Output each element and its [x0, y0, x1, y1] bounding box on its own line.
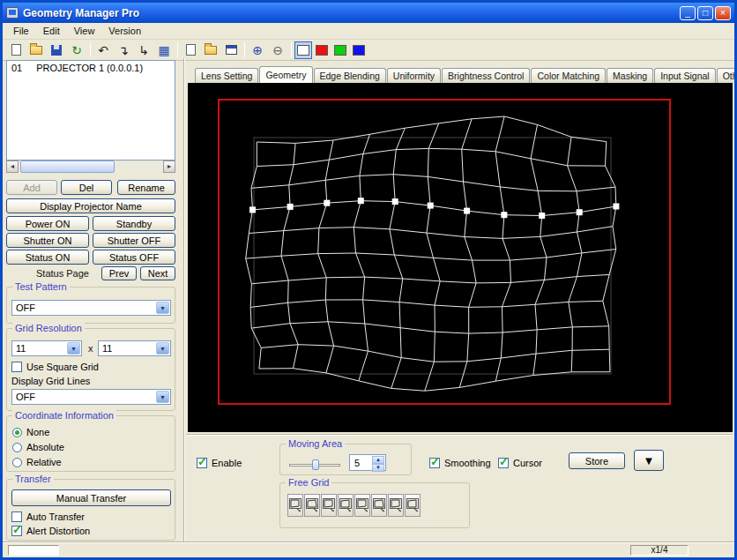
shutter-off-button[interactable]: Shutter OFF — [93, 233, 175, 248]
smoothing-checkbox[interactable]: Smoothing — [429, 458, 491, 468]
tab-edge-blending[interactable]: Edge Blending — [314, 68, 386, 83]
grid-view-button[interactable]: ▦ — [154, 41, 174, 59]
shutter-on-button[interactable]: Shutter ON — [6, 233, 89, 248]
tab-uniformity[interactable]: Uniformity — [387, 68, 441, 83]
rename-button[interactable]: Rename — [117, 180, 175, 195]
test-pattern-select[interactable]: OFF ▼ — [11, 300, 171, 316]
tab-brightness-control[interactable]: Brightness Control — [442, 68, 530, 83]
new-file-icon — [11, 44, 21, 56]
add-button[interactable]: Add — [6, 180, 57, 195]
free-grid-mode-button-6[interactable] — [371, 494, 387, 517]
enable-checkbox[interactable]: Enable — [197, 458, 242, 468]
zoom-in-button[interactable]: ⊕ — [248, 41, 267, 59]
slider-thumb[interactable] — [312, 459, 319, 470]
prev-button[interactable]: Prev — [101, 266, 137, 280]
projector-list-scrollbar[interactable]: ◂ ▸ — [6, 161, 175, 173]
radio-absolute-circle[interactable] — [12, 443, 22, 452]
store-dropdown-button[interactable]: ▼ — [634, 450, 664, 471]
menu-edit[interactable]: Edit — [36, 24, 67, 38]
save-file-button[interactable] — [47, 41, 66, 59]
radio-none-circle[interactable] — [12, 428, 22, 437]
radio-relative[interactable]: Relative — [12, 457, 62, 467]
status-on-button[interactable]: Status ON — [6, 250, 89, 265]
tab-masking[interactable]: Masking — [607, 68, 653, 83]
alert-distortion-box[interactable] — [11, 526, 22, 536]
tab-geometry[interactable]: Geometry — [259, 66, 312, 83]
open-project-button[interactable] — [201, 41, 220, 59]
new-window-button[interactable] — [181, 41, 200, 59]
display-grid-lines-select[interactable]: OFF ▼ — [11, 389, 171, 405]
display-projector-name-button[interactable]: Display Projector Name — [6, 198, 175, 213]
chevron-down-icon[interactable]: ▼ — [67, 342, 80, 355]
projector-list-item[interactable]: 01 PROJECTOR 1 (0.0.0.1) — [7, 61, 175, 75]
pattern-red-button[interactable] — [313, 41, 331, 59]
menu-file[interactable]: File — [6, 24, 36, 38]
radio-absolute[interactable]: Absolute — [12, 442, 64, 452]
spinner-up-icon[interactable]: ▲ — [372, 456, 384, 464]
free-grid-mode-button-7[interactable] — [388, 494, 404, 517]
standby-button[interactable]: Standby — [93, 216, 175, 231]
del-button[interactable]: Del — [61, 180, 112, 195]
pattern-green-button[interactable] — [331, 41, 349, 59]
window-layout-button[interactable] — [221, 41, 241, 59]
free-grid-mode-button-1[interactable] — [287, 494, 303, 517]
chevron-down-icon[interactable]: ▼ — [156, 391, 169, 403]
geometry-canvas-svg[interactable] — [188, 83, 733, 432]
display-grid-lines-label: Display Grid Lines — [11, 376, 90, 386]
menu-version[interactable]: Version — [101, 24, 148, 38]
status-off-button[interactable]: Status OFF — [93, 250, 175, 265]
scrollbar-thumb[interactable] — [20, 161, 115, 173]
minimize-button[interactable]: _ — [680, 6, 696, 20]
maximize-button[interactable]: □ — [697, 6, 713, 20]
use-square-grid-checkbox[interactable]: Use Square Grid — [11, 362, 99, 372]
smoothing-box[interactable] — [429, 458, 440, 468]
transfer-down-button[interactable]: ↴ — [114, 41, 133, 59]
grid-horizontal-select[interactable]: 11 ▼ — [11, 340, 82, 356]
pattern-blue-button[interactable] — [350, 41, 368, 59]
chevron-down-icon[interactable]: ▼ — [156, 342, 169, 355]
tab-other[interactable]: Other — [717, 68, 737, 83]
grid-view-icon: ▦ — [158, 44, 169, 56]
close-button[interactable]: × — [715, 6, 731, 20]
free-grid-mode-button-5[interactable] — [354, 494, 370, 517]
radio-relative-circle[interactable] — [12, 458, 22, 467]
cursor-checkbox[interactable]: Cursor — [498, 458, 542, 468]
radio-none[interactable]: None — [12, 427, 49, 437]
refresh-button[interactable]: ↻ — [67, 41, 86, 59]
tab-lens-setting[interactable]: Lens Setting — [195, 68, 258, 83]
grid-vertical-select[interactable]: 11 ▼ — [98, 340, 171, 356]
free-grid-mode-button-8[interactable] — [405, 494, 421, 517]
geometry-canvas[interactable] — [188, 83, 733, 432]
enable-box[interactable] — [197, 458, 207, 468]
power-on-button[interactable]: Power ON — [6, 216, 89, 231]
menu-view[interactable]: View — [67, 24, 102, 38]
open-file-button[interactable] — [26, 41, 46, 59]
titlebar[interactable]: Geometry Manager Pro _ □ × — [3, 3, 734, 23]
undo-button[interactable]: ↶ — [93, 41, 113, 59]
store-button[interactable]: Store — [569, 452, 625, 469]
transfer-up-button[interactable]: ↳ — [134, 41, 153, 59]
free-grid-mode-button-3[interactable] — [321, 494, 337, 517]
next-button[interactable]: Next — [140, 266, 175, 280]
new-file-button[interactable] — [6, 41, 26, 59]
auto-transfer-box[interactable] — [11, 511, 22, 522]
chevron-down-icon[interactable]: ▼ — [156, 302, 169, 314]
manual-transfer-button[interactable]: Manual Transfer — [11, 489, 171, 506]
pattern-white-button[interactable] — [294, 41, 312, 59]
scroll-right-icon[interactable]: ▸ — [163, 161, 175, 173]
tab-input-signal[interactable]: Input Signal — [654, 68, 715, 83]
projector-list[interactable]: 01 PROJECTOR 1 (0.0.0.1) — [6, 60, 175, 161]
free-grid-mode-button-4[interactable] — [338, 494, 354, 517]
auto-transfer-checkbox[interactable]: Auto Transfer — [11, 511, 85, 522]
cursor-box[interactable] — [498, 458, 509, 468]
zoom-out-button[interactable]: ⊖ — [268, 41, 287, 59]
spinner-down-icon[interactable]: ▼ — [372, 464, 384, 472]
scroll-left-icon[interactable]: ◂ — [6, 161, 19, 173]
alert-distortion-checkbox[interactable]: Alert Distortion — [11, 526, 90, 536]
moving-area-spinner[interactable]: 5 ▲ ▼ — [349, 454, 386, 471]
moving-area-slider[interactable] — [289, 459, 340, 471]
use-square-grid-box[interactable] — [11, 362, 22, 372]
tab-color-matching[interactable]: Color Matching — [531, 68, 606, 83]
free-grid-mode-button-2[interactable] — [304, 494, 320, 517]
scrollbar-track[interactable] — [19, 161, 163, 173]
